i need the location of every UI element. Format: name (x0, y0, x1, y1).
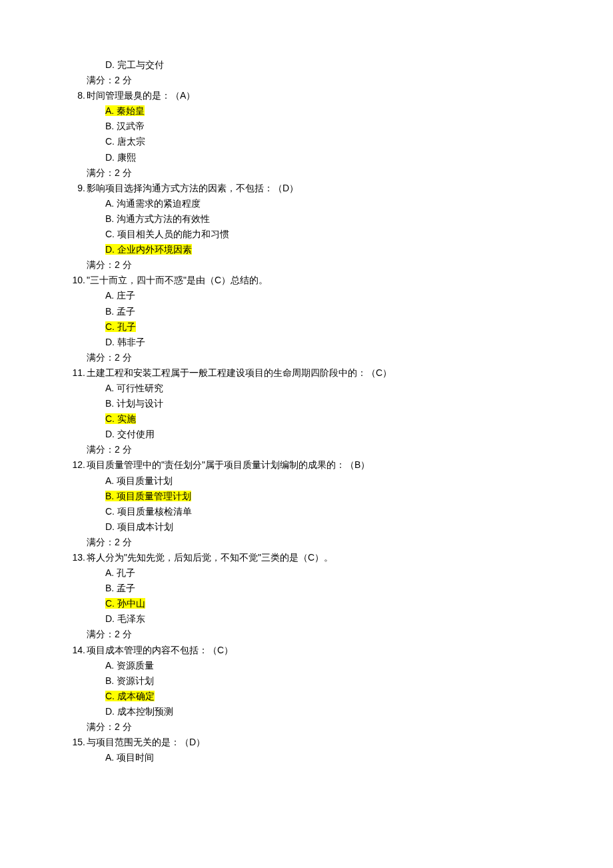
option-row: A. 资源质量 (67, 658, 613, 673)
question-number: 14. (63, 643, 87, 658)
option-row: A. 庄子 (67, 288, 613, 303)
score-row: 满分：2 分 (67, 627, 613, 642)
score-text: 满分：2 分 (87, 444, 132, 455)
option-text: B. 汉武帝 (105, 121, 145, 131)
option-row: B. 孟子 (67, 304, 613, 319)
option-text: A. 项目时间 (105, 752, 154, 763)
option-text: A. 孔子 (105, 567, 135, 578)
option-text: D. 完工与交付 (105, 59, 164, 70)
score-row: 满分：2 分 (67, 165, 613, 181)
option-row: B. 资源计划 (67, 673, 613, 689)
option-text: B. 沟通方式方法的有效性 (105, 213, 210, 224)
option-row: C. 成本确定 (67, 689, 613, 704)
question-number: 10. (63, 273, 87, 288)
document-body: D. 完工与交付满分：2 分8.时间管理最臭的是：（A）A. 秦始皇B. 汉武帝… (67, 57, 613, 765)
option-row: D. 项目成本计划 (67, 519, 613, 535)
option-text: A. 沟通需求的紧迫程度 (105, 198, 201, 209)
score-text: 满分：2 分 (87, 352, 132, 363)
question-text: "三十而立，四十而不惑"是由（C）总结的。 (87, 273, 268, 288)
option-text: D. 交付使用 (105, 429, 155, 439)
option-row: B. 沟通方式方法的有效性 (67, 211, 613, 227)
question-text: 与项目范围无关的是：（D） (87, 735, 205, 750)
option-row: C. 项目相关人员的能力和习惯 (67, 227, 613, 242)
option-text: C. 项目质量核检清单 (105, 506, 192, 517)
option-row: B. 汉武帝 (67, 119, 613, 134)
option-row: D. 毛泽东 (67, 611, 613, 627)
option-row: D. 康熙 (67, 150, 613, 165)
question-text: 将人分为"先知先觉，后知后觉，不知不觉"三类的是（C）。 (87, 550, 333, 565)
question-number: 9. (67, 181, 87, 196)
option-row: B. 孟子 (67, 581, 613, 596)
option-text-highlighted: B. 项目质量管理计划 (105, 491, 191, 501)
option-row: A. 项目质量计划 (67, 473, 613, 489)
score-text: 满分：2 分 (87, 721, 132, 732)
question-text: 时间管理最臭的是：（A） (87, 88, 195, 103)
option-row: D. 完工与交付 (67, 57, 613, 73)
option-text: C. 项目相关人员的能力和习惯 (105, 229, 229, 239)
option-row: A. 沟通需求的紧迫程度 (67, 196, 613, 211)
option-text: A. 资源质量 (105, 660, 154, 671)
question-row: 14.项目成本管理的内容不包括：（C） (67, 643, 613, 658)
option-row: C. 项目质量核检清单 (67, 504, 613, 519)
question-number: 15. (63, 735, 87, 750)
option-row: A. 项目时间 (67, 750, 613, 765)
option-text: D. 康熙 (105, 152, 136, 163)
option-text-highlighted: C. 孙中山 (105, 598, 145, 609)
option-text-highlighted: A. 秦始皇 (105, 105, 145, 116)
question-text: 项目成本管理的内容不包括：（C） (87, 643, 233, 658)
option-text: B. 孟子 (105, 583, 135, 593)
question-row: 11.土建工程和安装工程属于一般工程建设项目的生命周期四阶段中的：（C） (67, 365, 613, 381)
option-row: B. 计划与设计 (67, 396, 613, 411)
score-text: 满分：2 分 (87, 537, 132, 547)
question-row: 8.时间管理最臭的是：（A） (67, 88, 613, 103)
score-row: 满分：2 分 (67, 73, 613, 88)
question-row: 13.将人分为"先知先觉，后知后觉，不知不觉"三类的是（C）。 (67, 550, 613, 565)
score-text: 满分：2 分 (87, 75, 132, 85)
option-row: D. 交付使用 (67, 427, 613, 442)
option-row: C. 唐太宗 (67, 134, 613, 149)
option-row: D. 成本控制预测 (67, 704, 613, 719)
option-text: A. 可行性研究 (105, 383, 163, 393)
option-text: A. 庄子 (105, 290, 135, 301)
score-text: 满分：2 分 (87, 167, 132, 178)
option-text: B. 孟子 (105, 306, 135, 317)
question-text: 土建工程和安装工程属于一般工程建设项目的生命周期四阶段中的：（C） (87, 365, 392, 381)
option-row: C. 孙中山 (67, 596, 613, 611)
question-number: 13. (63, 550, 87, 565)
option-row: D. 韩非子 (67, 335, 613, 350)
option-text: B. 计划与设计 (105, 398, 163, 409)
option-text: D. 韩非子 (105, 337, 145, 347)
option-text: D. 成本控制预测 (105, 706, 173, 717)
question-number: 11. (63, 365, 87, 381)
score-row: 满分：2 分 (67, 442, 613, 457)
option-row: C. 孔子 (67, 319, 613, 335)
question-number: 12. (63, 457, 87, 473)
option-text-highlighted: C. 成本确定 (105, 691, 155, 701)
question-row: 10."三十而立，四十而不惑"是由（C）总结的。 (67, 273, 613, 288)
question-row: 15.与项目范围无关的是：（D） (67, 735, 613, 750)
option-text: C. 唐太宗 (105, 136, 145, 147)
score-row: 满分：2 分 (67, 535, 613, 550)
option-row: D. 企业内外环境因素 (67, 242, 613, 257)
score-text: 满分：2 分 (87, 259, 132, 270)
question-row: 12.项目质量管理中的"责任划分"属于项目质量计划编制的成果的：（B） (67, 457, 613, 473)
question-number: 8. (67, 88, 87, 103)
option-row: A. 孔子 (67, 565, 613, 581)
option-text: D. 项目成本计划 (105, 521, 173, 532)
option-text: B. 资源计划 (105, 675, 154, 686)
option-row: A. 秦始皇 (67, 103, 613, 119)
score-row: 满分：2 分 (67, 719, 613, 735)
option-text: A. 项目质量计划 (105, 475, 173, 486)
option-row: C. 实施 (67, 411, 613, 427)
option-row: A. 可行性研究 (67, 381, 613, 396)
score-row: 满分：2 分 (67, 350, 613, 365)
option-text-highlighted: C. 实施 (105, 413, 136, 424)
question-text: 项目质量管理中的"责任划分"属于项目质量计划编制的成果的：（B） (87, 457, 370, 473)
option-text-highlighted: D. 企业内外环境因素 (105, 244, 192, 255)
score-text: 满分：2 分 (87, 629, 132, 639)
option-text-highlighted: C. 孔子 (105, 321, 136, 332)
option-row: B. 项目质量管理计划 (67, 489, 613, 504)
question-row: 9.影响项目选择沟通方式方法的因素，不包括：（D） (67, 181, 613, 196)
score-row: 满分：2 分 (67, 257, 613, 273)
question-text: 影响项目选择沟通方式方法的因素，不包括：（D） (87, 181, 299, 196)
